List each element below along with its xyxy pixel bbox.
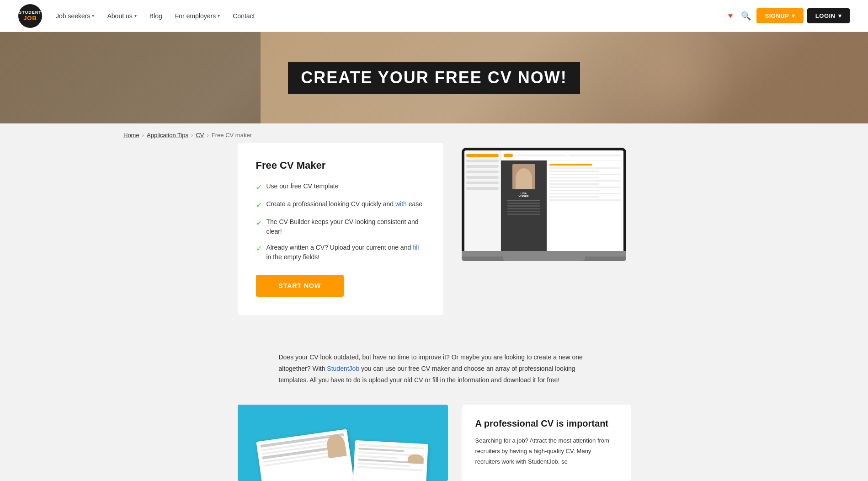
cv-line [507, 214, 539, 215]
check-icon: ✓ [256, 218, 262, 229]
bottom-right-card: A professional CV is important Searching… [462, 405, 631, 481]
sidebar-bar [466, 171, 499, 173]
cv-line [507, 211, 539, 212]
cv-line [507, 203, 539, 204]
breadcrumb-cv[interactable]: CV [196, 132, 204, 139]
nav-for-employers[interactable]: For employers ▾ [175, 12, 220, 20]
cv-feature-list: ✓ Use our free CV template ✓ Create a pr… [256, 182, 425, 262]
chevron-down-icon: ▾ [792, 12, 795, 19]
laptop-content: LISAVISSER [501, 150, 623, 251]
cv-rline [549, 193, 621, 194]
topbar-line [569, 155, 621, 156]
signup-button[interactable]: SIGNUP ▾ [756, 8, 803, 23]
bottom-section: A professional CV is important Searching… [114, 405, 754, 481]
description-text: Does your CV look outdated, but have no … [279, 352, 590, 386]
chevron-down-icon: ▾ [838, 12, 842, 19]
breadcrumb-home[interactable]: Home [123, 132, 139, 139]
sidebar-bar [466, 160, 499, 162]
navbar: STUDENT JOB Job seekers ▾ About us ▾ Blo… [0, 0, 868, 32]
sidebar-bar [466, 182, 499, 184]
breadcrumb-current: Free CV maker [212, 132, 252, 139]
search-icon[interactable]: 🔍 [741, 11, 751, 21]
list-item: ✓ Use our free CV template [256, 182, 425, 193]
cv-divider [507, 200, 539, 201]
nav-blog[interactable]: Blog [149, 12, 162, 20]
laptop-topbar [501, 150, 623, 160]
laptop-mockup: LISAVISSER [457, 143, 631, 266]
logo[interactable]: STUDENT JOB [18, 4, 42, 28]
breadcrumb-separator: › [191, 132, 193, 139]
cv-rline [549, 183, 599, 185]
cv-photo-silhouette [516, 168, 532, 189]
nav-job-seekers[interactable]: Job seekers ▾ [56, 12, 94, 20]
cv-card-title: Free CV Maker [256, 160, 425, 171]
bottom-cv-image [238, 405, 448, 481]
chevron-down-icon: ▾ [92, 13, 94, 18]
cv-rline [549, 199, 621, 201]
topbar-accent [504, 154, 513, 157]
cv-rline [549, 174, 621, 175]
laptop-stand [462, 257, 626, 261]
login-button[interactable]: LOGIN ▾ [807, 8, 850, 23]
cv-maker-card: Free CV Maker ✓ Use our free CV template… [238, 143, 443, 315]
cv-right-panel [547, 160, 623, 251]
main-content: Free CV Maker ✓ Use our free CV template… [114, 143, 754, 333]
cv-rline [549, 190, 599, 191]
sidebar-bar [466, 176, 499, 179]
nav-icons: ♥ 🔍 [728, 11, 751, 21]
cv-rline [549, 180, 621, 182]
bottom-right-title: A professional CV is important [475, 418, 617, 429]
cv-card-visual [256, 429, 354, 481]
breadcrumb-separator: › [207, 132, 209, 139]
logo-text-top: STUDENT [19, 10, 42, 15]
laptop-screen-inner: LISAVISSER [464, 150, 623, 251]
hero-title-box: CREATE YOUR FREE CV NOW! [288, 62, 580, 94]
breadcrumb-separator: › [142, 132, 144, 139]
laptop-screen: LISAVISSER [462, 148, 626, 251]
bottom-right-text: Searching for a job? Attract the most at… [475, 435, 617, 467]
cv-card-visual-2 [352, 440, 428, 481]
cv-rline [549, 167, 621, 169]
list-item: ✓ Create a professional looking CV quick… [256, 199, 425, 211]
chevron-down-icon: ▾ [134, 13, 137, 18]
sidebar-bar [466, 187, 499, 190]
start-now-button[interactable]: START NOW [256, 275, 344, 297]
cv-rline [549, 171, 599, 172]
laptop: LISAVISSER [462, 148, 626, 261]
cv-left-panel: LISAVISSER [501, 160, 547, 251]
list-item: ✓ Already written a CV? Upload your curr… [256, 243, 425, 262]
sidebar-bar [466, 165, 499, 168]
cv-photo [512, 164, 535, 189]
cv-line [507, 208, 539, 209]
breadcrumb: Home › Application Tips › CV › Free CV m… [0, 123, 868, 143]
cv-accent-line [549, 164, 592, 166]
nav-contact[interactable]: Contact [233, 12, 255, 20]
check-icon: ✓ [256, 182, 262, 193]
nav-about-us[interactable]: About us ▾ [107, 12, 136, 20]
heart-icon[interactable]: ♥ [728, 11, 733, 21]
topbar-line [515, 155, 567, 156]
laptop-body: LISAVISSER [501, 160, 623, 251]
cv-rline [549, 177, 599, 178]
cv-maker-section: Free CV Maker ✓ Use our free CV template… [238, 143, 631, 315]
description-section: Does your CV look outdated, but have no … [114, 333, 754, 405]
hero-title: CREATE YOUR FREE CV NOW! [301, 68, 567, 87]
logo-text-bottom: JOB [23, 15, 37, 21]
cv-name: LISAVISSER [518, 192, 528, 198]
laptop-base [462, 251, 626, 257]
laptop-sidebar [464, 150, 501, 251]
hero-banner: CREATE YOUR FREE CV NOW! [0, 32, 868, 123]
cv-rline [549, 196, 599, 198]
sidebar-bar [466, 154, 499, 157]
cv-rline [549, 187, 621, 188]
breadcrumb-application-tips[interactable]: Application Tips [147, 132, 188, 139]
cv-line [507, 205, 539, 207]
list-item: ✓ The CV Builder keeps your CV looking c… [256, 217, 425, 236]
chevron-down-icon: ▾ [218, 13, 220, 18]
check-icon: ✓ [256, 200, 262, 211]
check-icon: ✓ [256, 243, 262, 254]
nav-links: Job seekers ▾ About us ▾ Blog For employ… [56, 12, 728, 20]
